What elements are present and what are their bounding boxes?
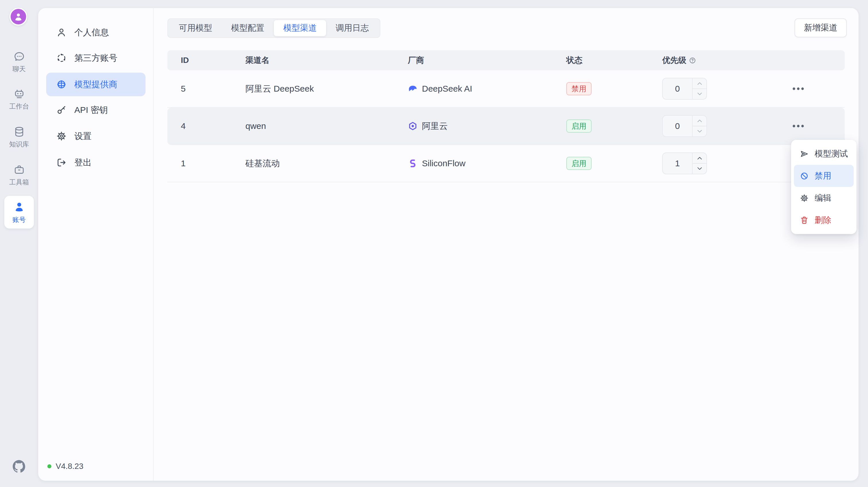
menu-item-label: 删除 xyxy=(815,214,831,226)
nav-item-model-providers[interactable]: 模型提供商 xyxy=(46,73,146,96)
version-row: V4.8.23 xyxy=(48,462,84,471)
chevron-down-icon[interactable] xyxy=(693,163,706,174)
col-priority: 优先级 xyxy=(662,50,696,70)
nav-item-settings[interactable]: 设置 xyxy=(46,124,146,148)
col-status: 状态 xyxy=(566,50,582,70)
nav-item-profile[interactable]: 个人信息 xyxy=(46,21,146,44)
row-menu-button[interactable] xyxy=(789,82,807,96)
nav-item-api-keys[interactable]: API 密钥 xyxy=(46,98,146,122)
nav-label: 第三方账号 xyxy=(74,52,117,64)
col-priority-label: 优先级 xyxy=(662,55,686,66)
rail-label-workspace: 工作台 xyxy=(9,102,29,111)
logout-icon xyxy=(56,157,67,168)
table-row: 5 阿里云 DeepSeek DeepSeek AI 禁用 0 xyxy=(167,70,845,108)
robot-icon xyxy=(13,88,25,100)
channel-name: qwen xyxy=(245,108,266,145)
siliconflow-logo-icon xyxy=(408,158,417,168)
table-header: ID 渠道名 厂商 状态 优先级 xyxy=(167,50,845,70)
channel-name: 硅基流动 xyxy=(245,145,280,182)
sidebar-item-knowledge[interactable]: 知识库 xyxy=(0,126,38,149)
vendor-cell: SiliconFlow xyxy=(408,145,466,182)
globe-model-icon xyxy=(56,79,67,90)
ellipsis-icon xyxy=(792,87,804,90)
priority-stepper[interactable]: 0 xyxy=(662,78,707,100)
row-id: 4 xyxy=(181,108,186,145)
chat-bubble-icon xyxy=(13,51,25,63)
channel-name: 阿里云 DeepSeek xyxy=(245,70,314,107)
deepseek-logo-icon xyxy=(408,84,417,94)
chevron-down-icon[interactable] xyxy=(693,126,706,136)
online-dot-icon xyxy=(48,464,51,468)
status-cell: 启用 xyxy=(566,108,592,145)
status-badge: 启用 xyxy=(566,119,592,133)
channels-table: ID 渠道名 厂商 状态 优先级 5 阿里云 DeepSeek DeepSeek… xyxy=(167,50,845,70)
status-cell: 禁用 xyxy=(566,70,592,107)
row-menu-button[interactable] xyxy=(789,119,807,133)
gear-icon xyxy=(800,193,809,203)
key-icon xyxy=(56,104,67,116)
row-id: 5 xyxy=(181,70,186,107)
row-id: 1 xyxy=(181,145,186,182)
menu-item-label: 编辑 xyxy=(815,192,831,204)
priority-stepper[interactable]: 1 xyxy=(662,152,707,174)
chevron-up-icon[interactable] xyxy=(693,116,706,126)
chevron-up-icon[interactable] xyxy=(693,153,706,163)
vendor-name: 阿里云 xyxy=(422,120,448,132)
tab-bar: 可用模型 模型配置 模型渠道 调用日志 xyxy=(167,19,380,38)
nav-item-logout[interactable]: 登出 xyxy=(46,151,146,174)
settings-nav: 个人信息 第三方账号 模型提供商 API 密钥 设置 登出 V4.8.23 xyxy=(38,8,154,481)
menu-item-label: 禁用 xyxy=(815,170,831,182)
status-badge: 禁用 xyxy=(566,82,592,95)
menu-item-model-test[interactable]: 模型测试 xyxy=(794,143,854,165)
ellipsis-icon xyxy=(792,124,804,128)
menu-item-disable[interactable]: 禁用 xyxy=(794,165,854,187)
col-name: 渠道名 xyxy=(245,50,270,70)
tab-call-logs[interactable]: 调用日志 xyxy=(326,20,378,36)
sidebar-item-toolbox[interactable]: 工具箱 xyxy=(0,164,38,187)
sidebar-item-workspace[interactable]: 工作台 xyxy=(0,88,38,111)
nav-label: API 密钥 xyxy=(74,104,108,116)
person-icon xyxy=(13,11,24,22)
database-icon xyxy=(13,126,25,138)
priority-value[interactable]: 0 xyxy=(663,79,692,99)
add-channel-button[interactable]: 新增渠道 xyxy=(795,19,847,37)
gear-icon xyxy=(56,131,67,142)
status-badge: 启用 xyxy=(566,157,592,170)
priority-value[interactable]: 1 xyxy=(663,153,692,174)
sidebar-item-chat[interactable]: 聊天 xyxy=(0,51,38,73)
person-outline-icon xyxy=(56,27,67,38)
nav-item-thirdparty[interactable]: 第三方账号 xyxy=(46,46,146,70)
vendor-cell: DeepSeek AI xyxy=(408,70,472,107)
share-network-icon xyxy=(56,53,67,63)
person-filled-icon xyxy=(13,201,26,213)
nav-label: 模型提供商 xyxy=(74,79,117,90)
version-label: V4.8.23 xyxy=(56,462,84,471)
table-row: 4 qwen 阿里云 启用 0 xyxy=(167,108,845,145)
rail-label-knowledge: 知识库 xyxy=(9,140,29,149)
menu-item-label: 模型测试 xyxy=(815,148,848,160)
sidebar-item-account[interactable]: 账号 xyxy=(4,196,34,229)
prohibit-icon xyxy=(800,172,809,181)
rail-label-account: 账号 xyxy=(12,215,26,224)
priority-value[interactable]: 0 xyxy=(663,116,692,136)
tab-available-models[interactable]: 可用模型 xyxy=(169,20,222,36)
briefcase-icon xyxy=(13,164,25,176)
tab-model-config[interactable]: 模型配置 xyxy=(222,20,274,36)
help-circle-icon[interactable] xyxy=(689,57,696,64)
qwen-logo-icon xyxy=(408,121,417,131)
nav-label: 个人信息 xyxy=(74,27,109,38)
menu-item-delete[interactable]: 删除 xyxy=(794,209,854,231)
paper-plane-icon xyxy=(800,149,809,158)
chevron-up-icon[interactable] xyxy=(693,79,706,88)
col-id: ID xyxy=(181,50,189,70)
row-context-menu: 模型测试 禁用 编辑 删除 xyxy=(791,140,857,234)
chevron-down-icon[interactable] xyxy=(693,88,706,99)
nav-label: 登出 xyxy=(74,157,92,169)
menu-item-edit[interactable]: 编辑 xyxy=(794,187,854,209)
avatar[interactable] xyxy=(9,8,27,26)
trash-icon xyxy=(800,216,809,225)
rail-label-chat: 聊天 xyxy=(12,65,26,73)
github-icon[interactable] xyxy=(11,459,26,474)
tab-model-channels[interactable]: 模型渠道 xyxy=(274,20,326,36)
priority-stepper[interactable]: 0 xyxy=(662,115,707,137)
